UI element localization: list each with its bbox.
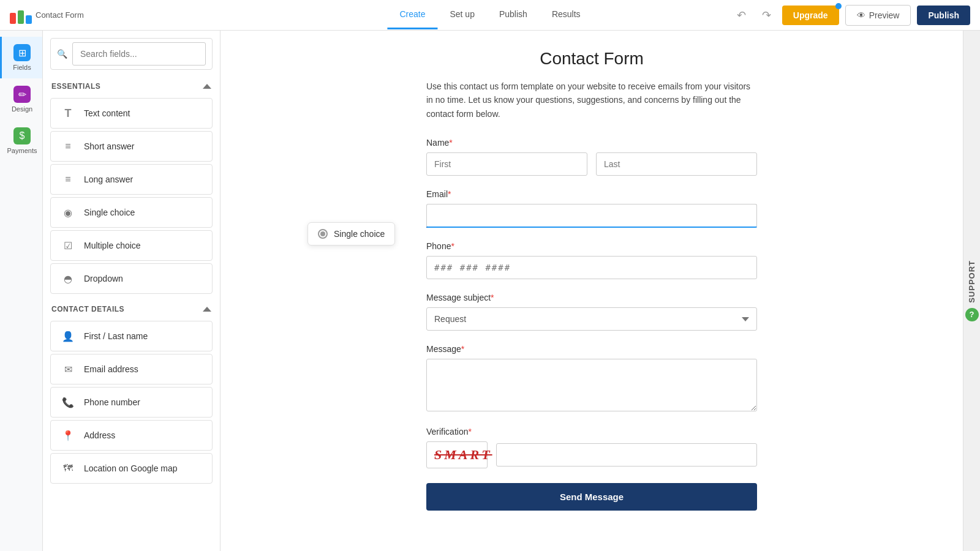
address-icon: 📍 <box>59 427 77 444</box>
first-name-input[interactable] <box>426 152 587 176</box>
fields-panel: 🔍 ESSENTIALS T Text content ≡ Short answ… <box>43 31 221 551</box>
nav-results[interactable]: Results <box>540 1 593 29</box>
search-bar[interactable]: 🔍 <box>50 38 213 70</box>
short-answer-icon: ≡ <box>59 138 77 155</box>
field-phone-number[interactable]: 📞 Phone number <box>50 387 213 418</box>
sidebar-item-fields[interactable]: ⊞ Fields <box>0 37 42 78</box>
field-dropdown[interactable]: ◓ Dropdown <box>50 263 213 294</box>
message-label: Message* <box>426 344 757 354</box>
nav-right: ↶ ↷ Upgrade 👁 Preview Publish <box>732 5 970 26</box>
text-content-icon: T <box>59 105 77 122</box>
upgrade-dot <box>835 3 842 9</box>
field-short-answer[interactable]: ≡ Short answer <box>50 131 213 162</box>
name-field: Name* <box>426 138 757 176</box>
payments-icon: $ <box>13 127 31 144</box>
send-message-button[interactable]: Send Message <box>426 483 757 511</box>
multiple-choice-icon: ☑ <box>59 237 77 254</box>
payments-label: Payments <box>7 147 37 154</box>
fields-icon: ⊞ <box>13 44 31 61</box>
nav-setup[interactable]: Set up <box>437 1 486 29</box>
preview-button[interactable]: 👁 Preview <box>845 5 911 26</box>
message-textarea[interactable] <box>426 359 757 411</box>
person-icon: 👤 <box>59 328 77 345</box>
support-chat-icon[interactable]: ? <box>965 308 979 321</box>
form-title: Contact Form <box>245 49 938 69</box>
long-answer-icon: ≡ <box>59 171 77 188</box>
message-field: Message* <box>426 344 757 413</box>
field-email-address[interactable]: ✉ Email address <box>50 354 213 384</box>
search-icon: 🔍 <box>57 49 67 59</box>
logo: Contact Form <box>10 7 84 24</box>
topbar: Contact Form Create Set up Publish Resul… <box>0 0 980 31</box>
field-single-choice[interactable]: ◉ Single choice <box>50 197 213 228</box>
field-long-answer[interactable]: ≡ Long answer <box>50 164 213 195</box>
publish-button[interactable]: Publish <box>917 6 970 25</box>
phone-label: Phone* <box>426 241 757 251</box>
sidebar-item-design[interactable]: ✏ Design <box>0 78 42 120</box>
essentials-collapse-icon[interactable] <box>203 84 211 89</box>
field-address[interactable]: 📍 Address <box>50 420 213 451</box>
email-label: Email* <box>426 189 757 199</box>
nav-publish[interactable]: Publish <box>487 1 540 29</box>
name-label: Name* <box>426 138 757 148</box>
form-area: Contact Form Use this contact us form te… <box>221 31 963 551</box>
field-text-content[interactable]: T Text content <box>50 98 213 129</box>
captcha-input[interactable] <box>496 443 757 467</box>
design-label: Design <box>12 105 32 113</box>
email-input-wrap <box>426 204 757 228</box>
phone-icon: 📞 <box>59 394 77 411</box>
fields-label: Fields <box>13 64 31 71</box>
field-location-google-map[interactable]: 🗺 Location on Google map <box>50 453 213 484</box>
email-field: Email* <box>426 189 757 228</box>
form-body: Name* Email* Phone* <box>426 138 757 511</box>
upgrade-button[interactable]: Upgrade <box>782 6 839 25</box>
main-layout: ⊞ Fields ✏ Design $ Payments 🔍 ESSENTIAL… <box>0 31 980 551</box>
nav-create[interactable]: Create <box>387 1 437 29</box>
message-subject-label: Message subject* <box>426 293 757 302</box>
phone-input[interactable] <box>426 256 757 279</box>
logo-icon <box>10 7 32 24</box>
map-icon: 🗺 <box>59 460 77 477</box>
support-label: SUPPORT <box>967 260 976 303</box>
icon-sidebar: ⊞ Fields ✏ Design $ Payments <box>0 31 43 551</box>
field-multiple-choice[interactable]: ☑ Multiple choice <box>50 230 213 261</box>
essentials-header: ESSENTIALS <box>43 78 220 96</box>
verification-row: SMART <box>426 441 757 468</box>
form-description: Use this contact us form template on you… <box>426 80 757 121</box>
verification-label: Verification* <box>426 427 757 437</box>
floating-single-choice-tooltip: Single choice <box>307 222 395 246</box>
design-icon: ✏ <box>13 86 31 103</box>
support-bar[interactable]: SUPPORT ? <box>963 31 980 551</box>
radio-inner <box>320 231 325 236</box>
last-name-input[interactable] <box>596 152 757 176</box>
single-choice-icon: ◉ <box>59 204 77 221</box>
email-input[interactable] <box>426 204 757 228</box>
email-icon: ✉ <box>59 361 77 378</box>
dropdown-icon: ◓ <box>59 270 77 287</box>
nav-center: Create Set up Publish Results <box>387 1 592 29</box>
contact-details-collapse-icon[interactable] <box>203 307 211 312</box>
verification-field: Verification* SMART <box>426 427 757 468</box>
radio-circle-icon <box>318 229 328 239</box>
captcha-image: SMART <box>426 441 488 468</box>
message-subject-field: Message subject* Request Question Compla… <box>426 293 757 331</box>
search-input[interactable] <box>72 42 206 66</box>
name-row <box>426 152 757 176</box>
message-subject-select[interactable]: Request Question Complaint Other <box>426 307 757 331</box>
phone-field: Phone* <box>426 241 757 279</box>
redo-button[interactable]: ↷ <box>757 6 776 24</box>
contact-details-header: CONTACT DETAILS <box>43 301 220 318</box>
sidebar-item-payments[interactable]: $ Payments <box>0 120 42 162</box>
field-first-last-name[interactable]: 👤 First / Last name <box>50 321 213 351</box>
logo-text: Contact Form <box>36 10 84 20</box>
undo-button[interactable]: ↶ <box>732 6 751 24</box>
eye-icon: 👁 <box>857 10 865 20</box>
